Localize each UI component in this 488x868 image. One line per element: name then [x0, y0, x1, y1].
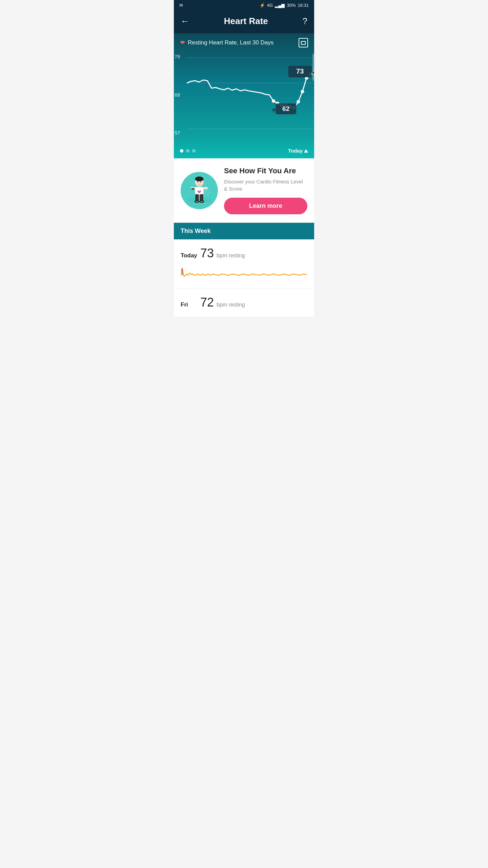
today-bpm-value: 73 — [200, 246, 214, 260]
svg-text:73: 73 — [296, 67, 304, 75]
today-arrow-icon — [304, 149, 308, 153]
message-icon: ✉ — [179, 3, 183, 8]
chart-header: ❤ Resting Heart Rate, Last 30 Days — [174, 33, 314, 51]
svg-rect-26 — [195, 187, 203, 195]
header: ← Heart Rate ? — [174, 11, 314, 33]
fitness-card-title: See How Fit You Are — [224, 166, 307, 175]
battery-label: 30% — [287, 3, 296, 8]
heart-icon: ❤ — [180, 39, 185, 46]
svg-rect-31 — [200, 194, 203, 201]
fitness-avatar — [181, 172, 218, 209]
back-button[interactable]: ← — [181, 16, 189, 26]
status-bar: ✉ ⚡ 4G ▂▄▆ 30% 16:31 — [174, 0, 314, 11]
chart-svg: 73 62 — [187, 51, 314, 136]
chart-svg-area: 73 62 — [187, 51, 314, 136]
svg-point-9 — [297, 100, 300, 103]
today-mini-chart — [181, 264, 307, 285]
chart-y-axis: 78 68 57 — [175, 51, 180, 146]
dot-2 — [186, 149, 189, 153]
fri-day-label: Fri — [181, 301, 198, 308]
y-label-68: 68 — [175, 92, 180, 98]
svg-rect-29 — [191, 188, 195, 190]
fitness-card-description: Discover your Cardio Fitness Level & Sco… — [224, 178, 307, 192]
svg-marker-18 — [272, 109, 276, 113]
network-label: 4G — [267, 3, 273, 8]
fri-bpm-value: 72 — [200, 295, 214, 310]
svg-point-23 — [195, 176, 203, 181]
chart-container: ❤ Resting Heart Rate, Last 30 Days 78 68… — [174, 33, 314, 158]
svg-point-10 — [301, 90, 304, 93]
today-indicator: Today — [288, 148, 308, 154]
today-label-text: Today — [288, 148, 303, 154]
fitness-text: See How Fit You Are Discover your Cardio… — [224, 166, 307, 214]
signal-icon: ▂▄▆ — [275, 3, 285, 8]
expand-button[interactable] — [299, 38, 308, 47]
today-bpm-unit: bpm resting — [217, 253, 245, 259]
person-illustration — [184, 175, 215, 206]
chart-label-text: Resting Heart Rate, Last 30 Days — [188, 39, 273, 46]
chart-title: ❤ Resting Heart Rate, Last 30 Days — [180, 39, 273, 46]
page-title: Heart Rate — [224, 16, 268, 26]
svg-point-25 — [200, 181, 202, 183]
status-left: ✉ — [179, 3, 183, 8]
page-indicators — [180, 149, 196, 153]
chart-bottom: Today — [174, 146, 314, 158]
this-week-header: This Week — [174, 223, 314, 239]
fri-bpm-unit: bpm resting — [217, 302, 245, 308]
status-right: ⚡ 4G ▂▄▆ 30% 16:31 — [260, 3, 309, 8]
svg-text:62: 62 — [282, 105, 289, 112]
chart-wrapper: 78 68 57 — [174, 51, 314, 146]
dot-1 — [180, 149, 183, 153]
today-item-header: Today 73 bpm resting — [181, 246, 307, 260]
fri-item-header: Fri 72 bpm resting — [181, 295, 307, 310]
learn-more-button[interactable]: Learn more — [224, 198, 307, 214]
time-label: 16:31 — [298, 3, 309, 8]
expand-inner-icon — [301, 41, 306, 45]
dot-3 — [192, 149, 196, 153]
today-week-item: Today 73 bpm resting — [174, 239, 314, 289]
today-day-label: Today — [181, 252, 198, 259]
help-button[interactable]: ? — [303, 16, 307, 26]
bluetooth-icon: ⚡ — [260, 3, 265, 8]
today-chart-svg — [181, 264, 307, 285]
svg-point-24 — [197, 181, 199, 183]
y-label-78: 78 — [175, 54, 180, 59]
fitness-card: See How Fit You Are Discover your Cardio… — [174, 158, 314, 223]
svg-rect-21 — [187, 198, 211, 203]
svg-point-3 — [272, 99, 275, 103]
svg-rect-30 — [195, 194, 199, 201]
fri-week-item: Fri 72 bpm resting — [174, 289, 314, 317]
y-label-57: 57 — [175, 130, 180, 136]
svg-rect-28 — [204, 187, 208, 189]
